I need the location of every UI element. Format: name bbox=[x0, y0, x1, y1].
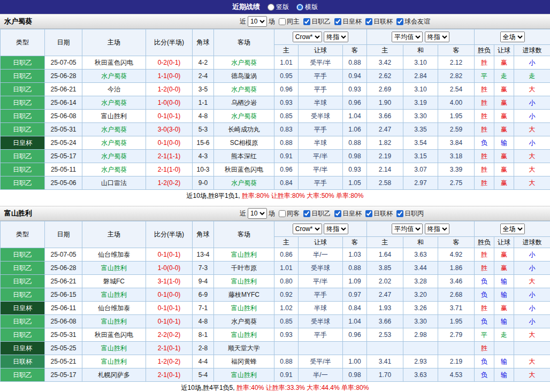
league-filter-emperor-cup-checkbox[interactable] bbox=[334, 18, 341, 25]
avg-draw-cell: 3.19 bbox=[403, 96, 438, 110]
home-team: 今治 bbox=[82, 83, 146, 96]
same-venue-option[interactable]: 同客 bbox=[279, 209, 300, 218]
same-venue-checkbox[interactable] bbox=[279, 18, 286, 25]
league-filter-j3-checkbox[interactable] bbox=[396, 210, 403, 217]
odds-stage-select[interactable]: 终指 bbox=[324, 224, 348, 234]
league-filter-league-cup[interactable]: 日联杯 bbox=[365, 17, 393, 26]
match-row: 日职乙25-05-11水户蜀葵2-1(1-0)10-3秋田蓝色闪电0.96平/半… bbox=[1, 163, 550, 176]
corner-cell: 9-0 bbox=[193, 176, 214, 190]
odds-away-cell: 0.94 bbox=[343, 70, 367, 83]
league-filter-j2-checkbox[interactable] bbox=[303, 18, 310, 25]
odds-away-cell: 1.00 bbox=[343, 355, 367, 368]
result-cell: 胜 bbox=[475, 83, 494, 96]
date-cell: 25-07-05 bbox=[45, 248, 82, 262]
page-title: 近期战绩 bbox=[232, 2, 260, 12]
matches-table: 类型 日期 主场 比分(半场) 角球 客场 Crow* 终指 平均值 终指 全场 bbox=[0, 29, 550, 190]
league-filter-j3[interactable]: 日职丙 bbox=[396, 209, 424, 218]
col-header-score: 比分(半场) bbox=[146, 29, 193, 56]
match-row: 日皇杯25-06-11仙台维加泰0-1(0-1)7-1富山胜利1.02半球0.8… bbox=[1, 302, 550, 315]
handicap-cell: 平手 bbox=[299, 83, 343, 96]
away-team: 水户蜀葵 bbox=[214, 56, 274, 70]
horizontal-radio[interactable] bbox=[296, 4, 303, 11]
odds-away-cell: 0.93 bbox=[343, 163, 367, 176]
layout-option-horizontal[interactable]: 横版 bbox=[296, 3, 318, 12]
league-filter-j2[interactable]: 日职乙 bbox=[303, 209, 331, 218]
avg-stage-select[interactable]: 终指 bbox=[425, 32, 449, 42]
home-team: 秋田蓝色闪电 bbox=[82, 328, 146, 342]
league-filter-j2-checkbox[interactable] bbox=[303, 210, 310, 217]
games-count-select[interactable]: 10 bbox=[248, 208, 267, 219]
handicap-result-cell: 输 bbox=[494, 136, 514, 150]
stats-text: 胜率:80% 让胜率:80% 大率:50% 单率:80% bbox=[242, 192, 363, 199]
home-team: 秋田蓝色闪电 bbox=[82, 56, 146, 70]
result-cell: 胜 bbox=[475, 56, 494, 70]
corner-cell: 4-2 bbox=[193, 56, 214, 70]
league-filter-emperor-cup[interactable]: 日皇杯 bbox=[334, 17, 362, 26]
league-filter-league-cup[interactable]: 日联杯 bbox=[365, 209, 393, 218]
league-filter-friendly-checkbox[interactable] bbox=[396, 18, 403, 25]
goals-result-cell: 大 bbox=[514, 328, 550, 342]
avg-home-cell: 1.93 bbox=[367, 302, 403, 315]
corner-cell: 2-4 bbox=[193, 70, 214, 83]
home-team: 富山胜利 bbox=[82, 262, 146, 275]
average-select[interactable]: 平均值 bbox=[392, 32, 423, 42]
league-filter-league-cup-checkbox[interactable] bbox=[365, 210, 372, 217]
scope-select[interactable]: 全场 bbox=[500, 32, 525, 42]
avg-home-cell: 1.82 bbox=[367, 136, 403, 150]
home-team: 仙台维加泰 bbox=[82, 302, 146, 315]
odds-away-cell: 0.88 bbox=[343, 262, 367, 275]
corner-cell: 1-1 bbox=[193, 96, 214, 110]
score-cell: 0-1(0-1) bbox=[146, 315, 193, 328]
layout-option-vertical[interactable]: 竖版 bbox=[268, 3, 289, 12]
handicap-result-cell: 赢 bbox=[494, 110, 514, 123]
avg-away-cell: 2.59 bbox=[438, 123, 475, 136]
league-filter-emperor-cup-checkbox[interactable] bbox=[334, 210, 341, 217]
avg-home-cell bbox=[367, 342, 403, 355]
handicap-result-cell: 输 bbox=[494, 275, 514, 288]
avg-stage-select[interactable]: 终指 bbox=[425, 224, 449, 234]
avg-home-cell: 2.19 bbox=[367, 150, 403, 163]
date-cell: 25-06-14 bbox=[45, 96, 82, 110]
league-filter-j2[interactable]: 日职乙 bbox=[303, 17, 331, 26]
league-badge: 日职乙 bbox=[1, 150, 45, 163]
odds-away-cell: 0.93 bbox=[343, 83, 367, 96]
home-team: 富山胜利 bbox=[82, 315, 146, 328]
bookmaker-select[interactable]: Crow* bbox=[293, 32, 322, 42]
same-venue-checkbox[interactable] bbox=[279, 210, 286, 217]
home-team: 水户蜀葵 bbox=[82, 150, 146, 163]
goals-result-cell: 小 bbox=[514, 288, 550, 302]
bookmaker-select[interactable]: Crow* bbox=[293, 224, 322, 234]
subcol-result: 胜负 bbox=[475, 45, 494, 56]
subcol-avg-home: 主 bbox=[367, 237, 403, 248]
team-name: 富山胜利 bbox=[4, 209, 32, 218]
avg-draw-cell: 3.07 bbox=[403, 163, 438, 176]
handicap-cell: 半球 bbox=[299, 96, 343, 110]
league-filter-league-cup-checkbox[interactable] bbox=[365, 18, 372, 25]
match-row: 日职乙25-06-14水户蜀葵1-0(0-0)1-1乌栖沙岩0.93半球0.96… bbox=[1, 96, 550, 110]
result-cell: 胜 bbox=[475, 150, 494, 163]
odds-stage-select[interactable]: 终指 bbox=[324, 32, 348, 42]
result-cell: 负 bbox=[475, 288, 494, 302]
home-team: 水户蜀葵 bbox=[82, 70, 146, 83]
corner-cell: 5-4 bbox=[193, 368, 214, 382]
goals-result-cell: 小 bbox=[514, 96, 550, 110]
vertical-radio[interactable] bbox=[268, 4, 274, 11]
odds-away-cell: 1.03 bbox=[343, 248, 367, 262]
same-venue-option[interactable]: 同主 bbox=[279, 17, 300, 26]
result-cell: 负 bbox=[475, 368, 494, 382]
subcol-handicap-result: 让球 bbox=[494, 45, 514, 56]
games-count-select[interactable]: 10 bbox=[248, 16, 267, 27]
scope-select[interactable]: 全场 bbox=[500, 224, 525, 234]
result-cell: 胜 bbox=[475, 96, 494, 110]
odds-away-cell: 0.98 bbox=[343, 150, 367, 163]
average-select[interactable]: 平均值 bbox=[392, 224, 423, 234]
away-team: 千叶市原 bbox=[214, 262, 274, 275]
league-filter-emperor-cup[interactable]: 日皇杯 bbox=[334, 209, 362, 218]
away-team: 藤枝MYFC bbox=[214, 288, 274, 302]
handicap-cell: 平/半 bbox=[299, 150, 343, 163]
subcol-avg-away: 客 bbox=[438, 237, 475, 248]
league-filter-friendly[interactable]: 球会友谊 bbox=[396, 17, 430, 26]
handicap-cell: 受半球 bbox=[299, 262, 343, 275]
stats-text: 胜率:40% 让胜率:33.3% 大率:44.4% 单率:80% bbox=[236, 384, 369, 391]
odds-away-cell: 0.96 bbox=[343, 328, 367, 342]
